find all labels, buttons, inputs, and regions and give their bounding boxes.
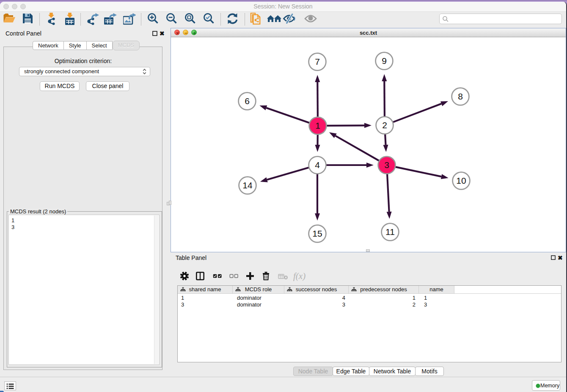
- svg-text:10: 10: [456, 176, 466, 185]
- svg-text:11: 11: [385, 227, 395, 237]
- svg-text:9: 9: [382, 56, 387, 66]
- svg-text:3: 3: [384, 160, 389, 170]
- svg-text:7: 7: [315, 57, 320, 66]
- svg-text:6: 6: [245, 96, 250, 106]
- svg-text:14: 14: [242, 180, 253, 190]
- svg-text:15: 15: [312, 229, 322, 238]
- svg-text:2: 2: [382, 120, 387, 130]
- svg-text:1: 1: [315, 121, 320, 130]
- svg-text:4: 4: [315, 160, 320, 170]
- svg-text:8: 8: [458, 91, 463, 101]
